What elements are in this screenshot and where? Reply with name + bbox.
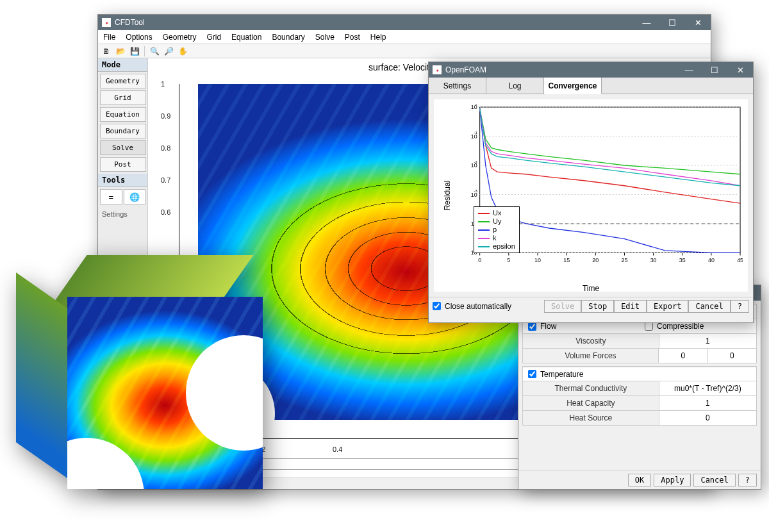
svg-text:0: 0	[475, 104, 477, 106]
foam-maximize-button[interactable]: ☐	[702, 62, 727, 78]
prop-volumeforces-y[interactable]: 0	[707, 349, 756, 363]
foam-solve-button[interactable]: Solve	[544, 300, 581, 313]
tool-equals-button[interactable]: =	[100, 189, 122, 204]
main-ytick: 0.6	[161, 208, 170, 216]
plot-xlabel: Time	[583, 284, 599, 293]
legend-item-Ux: Ux	[478, 209, 515, 217]
mode-equation-button[interactable]: Equation	[100, 107, 146, 122]
prop-heatcap-label: Heat Capacity	[523, 399, 659, 408]
prop-heatsrc-label: Heat Source	[523, 413, 659, 422]
svg-text:40: 40	[708, 257, 715, 263]
zoom-out-icon[interactable]: 🔎	[163, 46, 174, 57]
settings-link[interactable]: Settings	[98, 206, 147, 222]
main-ytick: 0.7	[161, 176, 170, 184]
menu-options[interactable]: Options	[120, 31, 157, 43]
menu-equation[interactable]: Equation	[226, 31, 267, 43]
prop-heatcap-value[interactable]: 1	[659, 396, 756, 410]
foam-tab-convergence[interactable]: Convergence	[544, 78, 602, 94]
mode-geometry-button[interactable]: Geometry	[100, 74, 146, 88]
convergence-plot: Residual Time 10-510-410-310-210-1100051…	[434, 99, 748, 292]
close-auto-label: Close automatically	[445, 302, 511, 311]
prop-volumeforces-x[interactable]: 0	[658, 349, 707, 363]
main-titlebar[interactable]: ⬥ CFDTool — ☐ ✕	[98, 15, 711, 30]
zoom-in-icon[interactable]: 🔍	[149, 46, 160, 57]
close-auto-checkbox[interactable]	[433, 302, 441, 310]
foam-title: OpenFOAM	[445, 65, 486, 74]
menu-post[interactable]: Post	[340, 31, 365, 43]
main-toolbar: 🗎 📂 💾 🔍 🔎 ✋	[98, 44, 711, 58]
prop-viscosity-label: Viscosity	[523, 337, 659, 345]
svg-text:20: 20	[592, 257, 599, 263]
foam-export-button[interactable]: Export	[647, 300, 688, 313]
props-ok-button[interactable]: OK	[628, 474, 651, 486]
mode-post-button[interactable]: Post	[100, 157, 146, 172]
svg-text:0: 0	[478, 257, 481, 263]
svg-text:-2: -2	[474, 160, 477, 164]
menu-solve[interactable]: Solve	[310, 31, 340, 43]
prop-viscosity-value[interactable]: 1	[659, 334, 756, 348]
foam-footer: Close automatically SolveStopEditExportC…	[429, 297, 753, 315]
foam-stop-button[interactable]: Stop	[581, 300, 614, 313]
mode-boundary-button[interactable]: Boundary	[100, 124, 146, 138]
svg-text:45: 45	[737, 257, 743, 263]
open-file-icon[interactable]: 📂	[115, 46, 126, 57]
legend-item-p: p	[478, 226, 515, 234]
menu-geometry[interactable]: Geometry	[158, 31, 202, 43]
menu-boundary[interactable]: Boundary	[267, 31, 310, 43]
main-minimize-button[interactable]: —	[634, 15, 659, 30]
plot-ylabel: Residual	[443, 181, 452, 211]
menu-help[interactable]: Help	[365, 31, 392, 43]
props-body: Density1.225 Flow Compressible Viscosity…	[518, 301, 761, 470]
svg-text:30: 30	[650, 257, 657, 263]
temperature-check-input[interactable]	[528, 370, 536, 378]
svg-text:10: 10	[534, 257, 541, 263]
foam-tab-log[interactable]: Log	[486, 78, 544, 94]
foam-tab-bar: SettingsLogConvergence	[429, 78, 753, 94]
props-cancel-button[interactable]: Cancel	[693, 474, 735, 486]
main-ytick: 1	[161, 80, 165, 88]
main-title: CFDTool	[115, 18, 145, 27]
prop-temperature-checkbox[interactable]: Temperature	[523, 367, 588, 381]
prop-heatsrc-value[interactable]: 0	[659, 411, 756, 425]
menu-grid[interactable]: Grid	[201, 31, 226, 43]
foam-cancel-button[interactable]: Cancel	[688, 300, 730, 313]
pan-icon[interactable]: ✋	[177, 46, 188, 57]
foam-help-button[interactable]: ?	[731, 300, 749, 313]
props-footer: OKApplyCancel?	[518, 470, 761, 489]
prop-thermalcond-label: Thermal Conductivity	[523, 384, 659, 393]
main-maximize-button[interactable]: ☐	[659, 15, 685, 30]
svg-text:5: 5	[507, 257, 510, 263]
prop-volumeforces-label: Volume Forces	[523, 351, 658, 360]
legend-item-Uy: Uy	[478, 217, 515, 226]
main-ytick: 0.8	[161, 144, 170, 152]
tool-globe-button[interactable]: 🌐	[124, 189, 146, 204]
foam-minimize-button[interactable]: —	[676, 62, 702, 78]
foam-app-icon: ⬥	[433, 65, 442, 74]
svg-text:35: 35	[679, 257, 686, 263]
svg-text:-3: -3	[474, 189, 477, 193]
svg-text:-1: -1	[474, 131, 477, 135]
main-menubar: FileOptionsGeometryGridEquationBoundaryS…	[98, 30, 711, 44]
mode-grid-button[interactable]: Grid	[100, 90, 146, 105]
legend-item-k: k	[478, 234, 515, 242]
foam-tab-settings[interactable]: Settings	[429, 78, 486, 94]
mode-header: Mode	[98, 58, 147, 72]
mode-solve-button[interactable]: Solve	[100, 140, 146, 155]
main-ytick: 0.9	[161, 112, 170, 120]
foam-close-button[interactable]: ✕	[727, 62, 753, 78]
props-apply-button[interactable]: Apply	[654, 474, 691, 486]
save-file-icon[interactable]: 💾	[129, 46, 140, 57]
props-help-button[interactable]: ?	[738, 474, 757, 486]
app-icon: ⬥	[102, 18, 111, 27]
foam-titlebar[interactable]: ⬥ OpenFOAM — ☐ ✕	[429, 62, 753, 78]
plot-legend: UxUypkepsilon	[474, 206, 520, 253]
svg-text:15: 15	[563, 257, 570, 263]
flow-check-input[interactable]	[528, 322, 536, 331]
new-file-icon[interactable]: 🗎	[101, 46, 112, 57]
compressible-check-input[interactable]	[645, 322, 653, 331]
prop-thermalcond-value[interactable]: mu0*(T - Tref)^(2/3)	[659, 381, 756, 395]
main-close-button[interactable]: ✕	[685, 15, 711, 30]
decorative-3d-cube	[19, 255, 301, 524]
foam-edit-button[interactable]: Edit	[614, 300, 647, 313]
menu-file[interactable]: File	[98, 31, 120, 43]
